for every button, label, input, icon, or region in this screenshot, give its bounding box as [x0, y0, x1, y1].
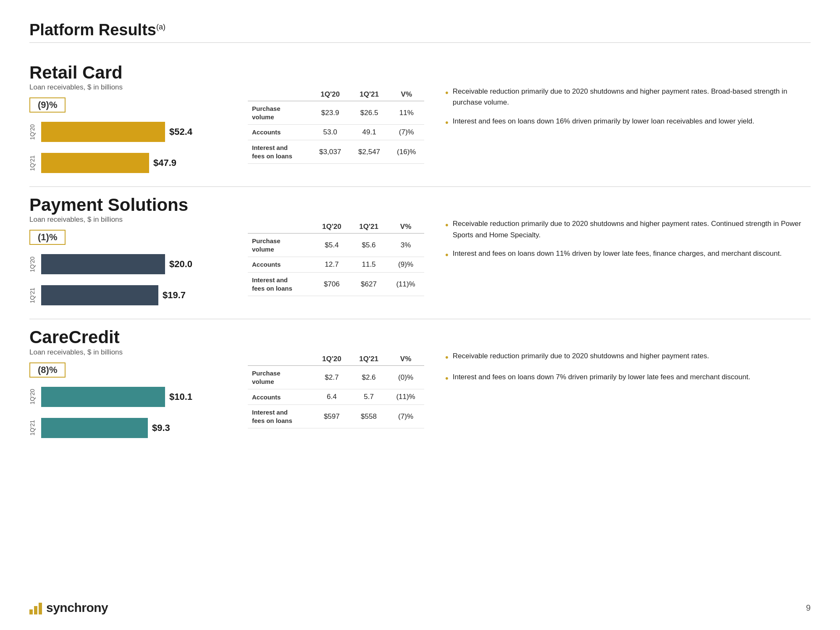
carecredit-bar-container-1: $9.3: [41, 416, 170, 440]
payment-solutions-th-2: 1Q'21: [350, 220, 387, 234]
logo-bar-1: [29, 609, 33, 614]
carecredit-table-row-0: Purchasevolume$2.7$2.6(0)%: [248, 366, 424, 389]
page-header: Platform Results(a): [29, 21, 811, 43]
carecredit-bar-1: [41, 418, 148, 438]
payment-solutions-th-1: 1Q'20: [313, 220, 350, 234]
retail-card-table-wrap: 1Q'201Q'21V%Purchasevolume$23.9$26.511%A…: [248, 88, 424, 164]
carecredit-bar-row-0: 1Q'20$10.1: [29, 385, 231, 409]
retail-card-bar-value-1: $47.9: [153, 158, 176, 168]
payment-solutions-note-text-1: Interest and fees on loans down 11% driv…: [453, 248, 782, 259]
footer: synchrony 9: [29, 601, 811, 615]
payment-solutions-bar-chart: 1Q'20$20.01Q'21$19.7: [29, 252, 231, 307]
payment-solutions-title: Payment Solutions: [29, 195, 231, 215]
carecredit-th-3: V%: [387, 353, 424, 366]
page-number: 9: [806, 603, 811, 613]
sections-container: Retail CardLoan receivables, $ in billio…: [29, 55, 811, 452]
retail-card-row1-v: (7)%: [389, 125, 424, 140]
carecredit-row2-q21: $558: [350, 405, 387, 428]
retail-card-bullet-0: •: [445, 87, 449, 100]
logo-bars-icon: [29, 601, 42, 614]
carecredit-table-row-2: Interest andfees on loans$597$558(7)%: [248, 405, 424, 428]
retail-card-bar-0: [41, 122, 165, 142]
section-carecredit: CareCreditLoan receivables, $ in billion…: [29, 319, 811, 451]
carecredit-row0-label: Purchasevolume: [248, 366, 313, 389]
carecredit-bullet-0: •: [445, 351, 449, 364]
logo-bar-3: [39, 603, 42, 614]
payment-solutions-th-0: [248, 220, 313, 234]
logo: synchrony: [29, 601, 108, 615]
section-retail-card: Retail CardLoan receivables, $ in billio…: [29, 55, 811, 187]
carecredit-row1-label: Accounts: [248, 389, 313, 405]
carecredit-bar-container-0: $10.1: [41, 385, 192, 409]
retail-card-bullet-1: •: [445, 116, 449, 129]
retail-card-th-0: [248, 88, 311, 101]
logo-text: synchrony: [46, 601, 108, 615]
retail-card-row1-q21: 49.1: [350, 125, 389, 140]
payment-solutions-bar-1: [41, 285, 158, 305]
payment-solutions-percent-badge: (1)%: [29, 230, 66, 245]
retail-card-bar-row-0: 1Q'20$52.4: [29, 120, 231, 144]
payment-solutions-table-row-0: Purchasevolume$5.4$5.63%: [248, 234, 424, 257]
payment-solutions-table-row-1: Accounts12.711.5(9)%: [248, 257, 424, 273]
payment-solutions-th-3: V%: [387, 220, 424, 234]
page-title: Platform Results(a): [29, 21, 811, 39]
payment-solutions-row2-q20: $706: [313, 273, 350, 296]
retail-card-row1-label: Accounts: [248, 125, 311, 140]
carecredit-row2-v: (7)%: [387, 405, 424, 428]
payment-solutions-note-1: •Interest and fees on loans down 11% dri…: [445, 248, 811, 262]
carecredit-row0-q20: $2.7: [313, 366, 350, 389]
retail-card-row0-q20: $23.9: [311, 101, 350, 125]
retail-card-row2-v: (16)%: [389, 140, 424, 164]
carecredit-row0-q21: $2.6: [350, 366, 387, 389]
carecredit-row1-v: (11)%: [387, 389, 424, 405]
retail-card-th-3: V%: [389, 88, 424, 101]
retail-card-bar-row-1: 1Q'21$47.9: [29, 151, 231, 175]
payment-solutions-note-0: •Receivable reduction primarily due to 2…: [445, 218, 811, 241]
carecredit-bar-value-0: $10.1: [169, 391, 192, 402]
retail-card-notes: •Receivable reduction primarily due to 2…: [445, 86, 811, 136]
retail-card-title: Retail Card: [29, 63, 231, 82]
payment-solutions-bar-0: [41, 254, 165, 274]
retail-card-table: 1Q'201Q'21V%Purchasevolume$23.9$26.511%A…: [248, 88, 424, 164]
retail-card-note-1: •Interest and fees on loans down 16% dri…: [445, 116, 811, 129]
carecredit-note-1: •Interest and fees on loans down 7% driv…: [445, 372, 811, 385]
payment-solutions-row0-label: Purchasevolume: [248, 234, 313, 257]
carecredit-bar-chart: 1Q'20$10.11Q'21$9.3: [29, 385, 231, 440]
payment-solutions-table: 1Q'201Q'21V%Purchasevolume$5.4$5.63%Acco…: [248, 220, 424, 296]
retail-card-th-2: 1Q'21: [350, 88, 389, 101]
payment-solutions-row2-q21: $627: [350, 273, 387, 296]
retail-card-bar-container-1: $47.9: [41, 151, 176, 175]
retail-card-note-text-0: Receivable reduction primarily due to 20…: [453, 86, 811, 108]
payment-solutions-row2-label: Interest andfees on loans: [248, 273, 313, 296]
payment-solutions-row1-q20: 12.7: [313, 257, 350, 273]
carecredit-notes: •Receivable reduction primarily due to 2…: [445, 351, 811, 393]
payment-solutions-row2-v: (11)%: [387, 273, 424, 296]
carecredit-left: CareCreditLoan receivables, $ in billion…: [29, 328, 231, 439]
payment-solutions-bar-container-1: $19.7: [41, 284, 186, 307]
logo-bar-2: [34, 606, 37, 614]
payment-solutions-left: Payment SolutionsLoan receivables, $ in …: [29, 195, 231, 307]
payment-solutions-note-text-0: Receivable reduction primarily due to 20…: [453, 218, 811, 241]
carecredit-row1-q20: 6.4: [313, 389, 350, 405]
carecredit-row1-q21: 5.7: [350, 389, 387, 405]
retail-card-note-text-1: Interest and fees on loans down 16% driv…: [453, 116, 754, 127]
retail-card-row2-q21: $2,547: [350, 140, 389, 164]
payment-solutions-notes: •Receivable reduction primarily due to 2…: [445, 218, 811, 269]
payment-solutions-bar-container-0: $20.0: [41, 252, 192, 276]
payment-solutions-table-wrap: 1Q'201Q'21V%Purchasevolume$5.4$5.63%Acco…: [248, 220, 424, 296]
payment-solutions-bar-ylabel-1: 1Q'21: [29, 288, 41, 303]
retail-card-note-0: •Receivable reduction primarily due to 2…: [445, 86, 811, 108]
payment-solutions-row1-label: Accounts: [248, 257, 313, 273]
retail-card-percent-badge: (9)%: [29, 97, 66, 113]
payment-solutions-bullet-1: •: [445, 249, 449, 262]
retail-card-table-row-0: Purchasevolume$23.9$26.511%: [248, 101, 424, 125]
carecredit-bar-value-1: $9.3: [152, 423, 170, 433]
retail-card-row0-q21: $26.5: [350, 101, 389, 125]
carecredit-table: 1Q'201Q'21V%Purchasevolume$2.7$2.6(0)%Ac…: [248, 353, 424, 428]
retail-card-bar-ylabel-0: 1Q'20: [29, 124, 41, 140]
payment-solutions-row0-q21: $5.6: [350, 234, 387, 257]
payment-solutions-bar-row-0: 1Q'20$20.0: [29, 252, 231, 276]
retail-card-row2-q20: $3,037: [311, 140, 350, 164]
retail-card-bar-value-0: $52.4: [169, 126, 192, 137]
retail-card-row2-label: Interest andfees on loans: [248, 140, 311, 164]
